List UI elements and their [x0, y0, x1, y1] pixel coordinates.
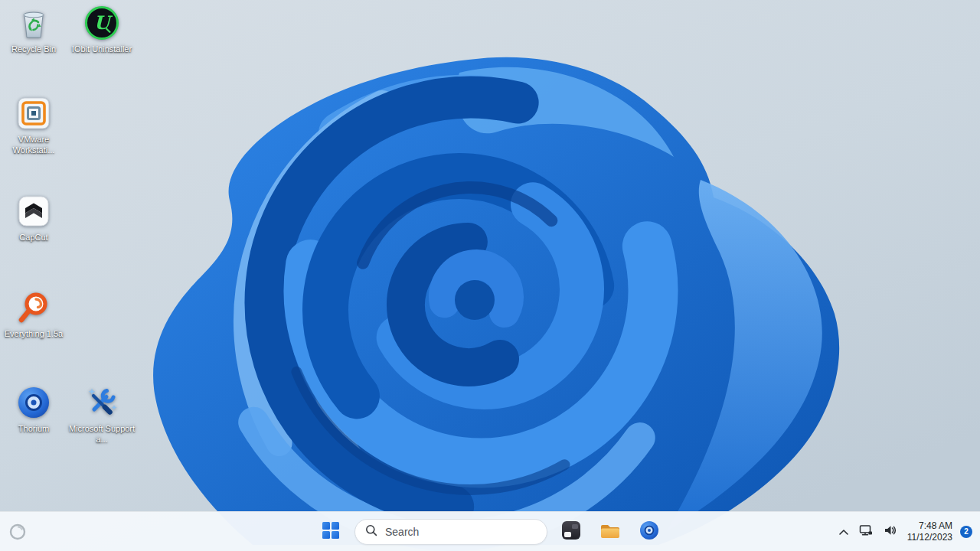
- windows-logo-icon: [322, 521, 340, 543]
- microsoft-support-tools-icon: [83, 384, 120, 421]
- speaker-icon: [884, 524, 897, 540]
- magnifier-icon: [365, 524, 377, 539]
- network-button[interactable]: [854, 517, 877, 547]
- desktop-icon-iobit-uninstaller[interactable]: U IObit Uninstaller: [68, 5, 136, 54]
- iobit-uninstaller-icon: U: [83, 5, 120, 41]
- thorium-browser-icon: [15, 384, 52, 421]
- notification-count: 2: [964, 527, 969, 536]
- tray-expand-button[interactable]: [835, 517, 853, 547]
- taskbar-search[interactable]: Search: [354, 519, 547, 545]
- desktop-icon-label: Everything 1.5a: [0, 328, 67, 339]
- desktop-icon-thorium[interactable]: Thorium: [0, 384, 67, 434]
- desktop-icon-label: Thorium: [0, 423, 67, 434]
- desktop-icon-label: Microsoft Support a...: [68, 423, 136, 445]
- browser-button[interactable]: [634, 517, 665, 547]
- taskbar-center-group: Search: [315, 512, 665, 551]
- desktop-screen: Recycle Bin U IObit Uninstaller VMware W…: [0, 0, 980, 551]
- clock-time: 7:48 AM: [907, 520, 952, 532]
- video-watermark-logo: [9, 523, 26, 543]
- notification-badge[interactable]: 2: [960, 526, 972, 538]
- everything-search-icon: [15, 289, 52, 326]
- wallpaper-bloom: [0, 0, 980, 551]
- chevron-up-icon: [839, 525, 848, 539]
- desktop-icon-label: VMware Workstati...: [0, 134, 67, 156]
- search-placeholder-text: Search: [385, 526, 419, 538]
- volume-button[interactable]: [879, 517, 901, 547]
- desktop-icon-microsoft-support[interactable]: Microsoft Support a...: [68, 384, 136, 445]
- dark-app-icon: [561, 520, 581, 543]
- capcut-icon: [15, 193, 52, 230]
- clock[interactable]: 7:48 AM 11/12/2023: [903, 520, 957, 543]
- desktop-icon-everything[interactable]: Everything 1.5a: [0, 289, 67, 339]
- desktop-icon-vmware[interactable]: VMware Workstati...: [0, 95, 67, 156]
- recycle-bin-icon: [15, 5, 52, 41]
- desktop-icon-label: Recycle Bin: [0, 44, 67, 54]
- desktop-icon-capcut[interactable]: CapCut: [0, 193, 67, 243]
- vmware-workstation-icon: [15, 95, 52, 132]
- folder-icon: [599, 521, 621, 543]
- clock-date: 11/12/2023: [907, 532, 952, 543]
- taskbar-tray: 7:48 AM 11/12/2023 2: [835, 512, 977, 551]
- desktop-icon-recycle-bin[interactable]: Recycle Bin: [0, 5, 67, 54]
- browser-circle-icon: [639, 520, 659, 543]
- start-button[interactable]: [315, 517, 346, 547]
- network-monitor-icon: [859, 524, 873, 540]
- taskbar: Search: [0, 511, 980, 551]
- desktop-icon-label: IObit Uninstaller: [68, 44, 136, 54]
- pinned-dark-app-button[interactable]: [556, 517, 586, 547]
- desktop-icon-label: CapCut: [0, 232, 67, 243]
- file-explorer-button[interactable]: [595, 517, 626, 547]
